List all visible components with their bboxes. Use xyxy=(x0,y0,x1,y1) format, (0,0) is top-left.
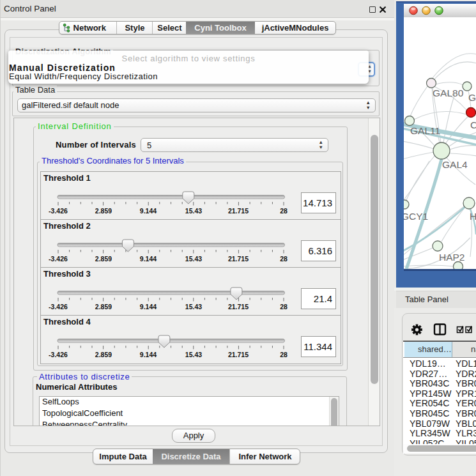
svg-text:GAL80: GAL80 xyxy=(433,88,464,98)
svg-text:C: C xyxy=(470,119,476,130)
svg-text:GAL11: GAL11 xyxy=(410,125,440,136)
svg-text:GCY1: GCY1 xyxy=(404,211,428,222)
svg-text:GAL4: GAL4 xyxy=(442,159,468,170)
svg-text:HAP2: HAP2 xyxy=(439,252,465,263)
svg-text:GA: GA xyxy=(468,92,476,103)
svg-text:H: H xyxy=(470,211,476,222)
